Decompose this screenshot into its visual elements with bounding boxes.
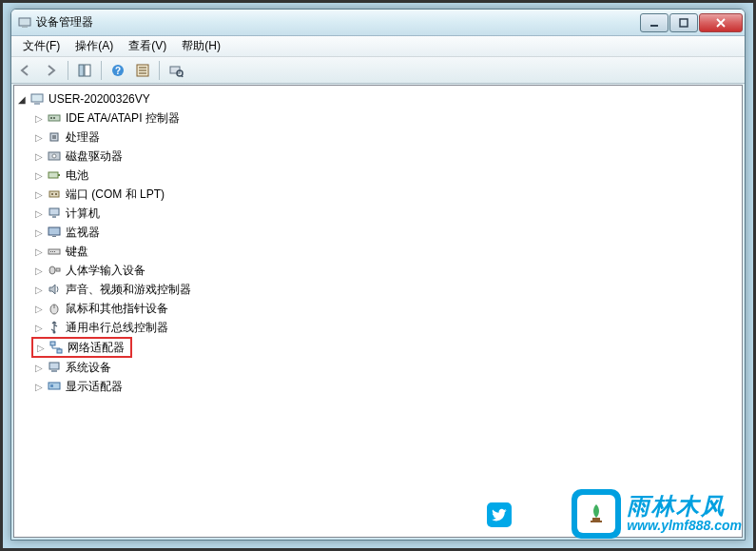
disk-icon: [47, 148, 62, 164]
svg-rect-2: [650, 25, 658, 27]
sound-icon: [47, 282, 62, 297]
svg-rect-46: [48, 383, 60, 389]
computer-icon: [29, 91, 45, 107]
svg-point-28: [55, 193, 57, 195]
item-label: 监视器: [66, 225, 100, 241]
tree-item-processor[interactable]: ▷ 处理器: [14, 128, 742, 147]
menu-file[interactable]: 文件(F): [15, 36, 68, 56]
expand-icon[interactable]: ▷: [33, 207, 45, 219]
svg-point-23: [52, 154, 56, 158]
tree-item-network[interactable]: ▷ 网络适配器: [33, 338, 125, 357]
device-tree: ◢ USER-20200326VY ▷ IDE ATA/ATAPI 控制器 ▷ …: [14, 86, 742, 400]
menu-help[interactable]: 帮助(H): [174, 36, 228, 56]
expand-icon[interactable]: ▷: [33, 131, 45, 143]
tree-item-battery[interactable]: ▷ 电池: [14, 166, 742, 185]
item-label: 鼠标和其他指针设备: [66, 301, 168, 317]
highlighted-item: ▷ 网络适配器: [31, 337, 132, 358]
toolbar-separator: [68, 61, 68, 80]
svg-rect-4: [79, 65, 84, 76]
tree-item-sound[interactable]: ▷ 声音、视频和游戏控制器: [14, 280, 742, 299]
expand-icon[interactable]: ▷: [33, 150, 45, 162]
scan-hardware-button[interactable]: [165, 59, 187, 82]
expand-icon[interactable]: ▷: [33, 362, 45, 373]
svg-point-18: [50, 117, 52, 119]
expand-icon[interactable]: ▷: [33, 169, 45, 181]
svg-rect-5: [85, 65, 90, 76]
tree-root[interactable]: ◢ USER-20200326VY: [14, 89, 742, 108]
svg-rect-0: [19, 18, 30, 26]
tree-item-ide[interactable]: ▷ IDE ATA/ATAPI 控制器: [14, 108, 742, 128]
expand-icon[interactable]: ▷: [33, 188, 45, 200]
tree-item-keyboard[interactable]: ▷ 键盘: [14, 242, 742, 261]
toolbar-separator: [159, 61, 160, 80]
close-button[interactable]: [699, 13, 743, 32]
svg-rect-45: [51, 370, 57, 372]
expand-icon[interactable]: ▷: [33, 226, 45, 238]
item-label: 显示适配器: [66, 379, 123, 395]
svg-rect-43: [57, 349, 62, 353]
keyboard-icon: [47, 244, 62, 259]
svg-rect-30: [52, 216, 56, 218]
titlebar[interactable]: 设备管理器: [11, 10, 745, 36]
battery-icon: [47, 167, 62, 183]
expand-icon[interactable]: ▷: [33, 284, 45, 295]
item-label: 磁盘驱动器: [66, 148, 123, 165]
expand-icon[interactable]: ▷: [33, 265, 45, 276]
collapse-icon[interactable]: ◢: [16, 93, 28, 105]
tree-item-monitor[interactable]: ▷ 监视器: [14, 223, 742, 242]
maximize-button[interactable]: [669, 13, 698, 32]
svg-rect-24: [48, 172, 58, 178]
toolbar: ?: [11, 57, 745, 84]
svg-rect-3: [680, 19, 688, 27]
expand-icon[interactable]: ▷: [33, 112, 45, 124]
item-label: 声音、视频和游戏控制器: [66, 282, 191, 298]
tree-item-disk[interactable]: ▷ 磁盘驱动器: [14, 147, 742, 166]
hid-icon: [47, 263, 62, 278]
svg-rect-35: [52, 251, 53, 252]
forward-button[interactable]: [40, 59, 63, 82]
tree-item-system[interactable]: ▷ 系统设备: [14, 358, 742, 377]
menu-view[interactable]: 查看(V): [121, 36, 174, 56]
expand-icon[interactable]: ▷: [33, 322, 45, 333]
expand-icon[interactable]: ▷: [33, 246, 45, 257]
tree-item-computer[interactable]: ▷ 计算机: [14, 204, 742, 223]
svg-rect-15: [31, 94, 43, 102]
expand-icon[interactable]: ▷: [35, 342, 47, 353]
menu-action[interactable]: 操作(A): [68, 36, 121, 56]
item-label: 系统设备: [66, 360, 111, 376]
item-label: 端口 (COM 和 LPT): [66, 187, 165, 203]
help-button[interactable]: ?: [107, 59, 129, 82]
pc-icon: [47, 206, 62, 221]
ide-icon: [47, 110, 62, 126]
tree-item-ports[interactable]: ▷ 端口 (COM 和 LPT): [14, 185, 742, 204]
minimize-button[interactable]: [640, 13, 669, 32]
item-label: 处理器: [66, 129, 100, 146]
expand-icon[interactable]: ▷: [33, 381, 45, 392]
network-icon: [48, 340, 64, 355]
tree-item-usb[interactable]: ▷ 通用串行总线控制器: [14, 318, 742, 337]
item-label: 人体学输入设备: [66, 263, 145, 279]
show-hide-tree-button[interactable]: [73, 59, 96, 82]
properties-button[interactable]: [131, 59, 154, 82]
svg-rect-38: [56, 268, 60, 271]
svg-rect-26: [49, 191, 59, 197]
tree-item-hid[interactable]: ▷ 人体学输入设备: [14, 261, 742, 280]
display-adapter-icon: [47, 379, 62, 394]
mouse-icon: [47, 301, 62, 316]
tree-item-mouse[interactable]: ▷ 鼠标和其他指针设备: [14, 299, 742, 318]
tree-item-display[interactable]: ▷ 显示适配器: [14, 377, 742, 396]
expand-icon[interactable]: ▷: [33, 303, 45, 314]
svg-rect-1: [22, 26, 28, 28]
back-button[interactable]: [15, 59, 38, 82]
svg-rect-44: [49, 363, 59, 369]
tree-content[interactable]: ◢ USER-20200326VY ▷ IDE ATA/ATAPI 控制器 ▷ …: [13, 85, 743, 538]
item-label: 网络适配器: [68, 340, 125, 356]
svg-point-37: [49, 266, 55, 274]
svg-rect-31: [48, 227, 60, 235]
item-label: 计算机: [66, 206, 100, 222]
port-icon: [47, 187, 62, 202]
svg-line-14: [182, 75, 183, 77]
cpu-icon: [47, 129, 62, 145]
item-label: IDE ATA/ATAPI 控制器: [66, 110, 180, 127]
device-manager-window: 设备管理器 文件(F) 操作(A) 查看(V) 帮助(H): [10, 9, 746, 541]
